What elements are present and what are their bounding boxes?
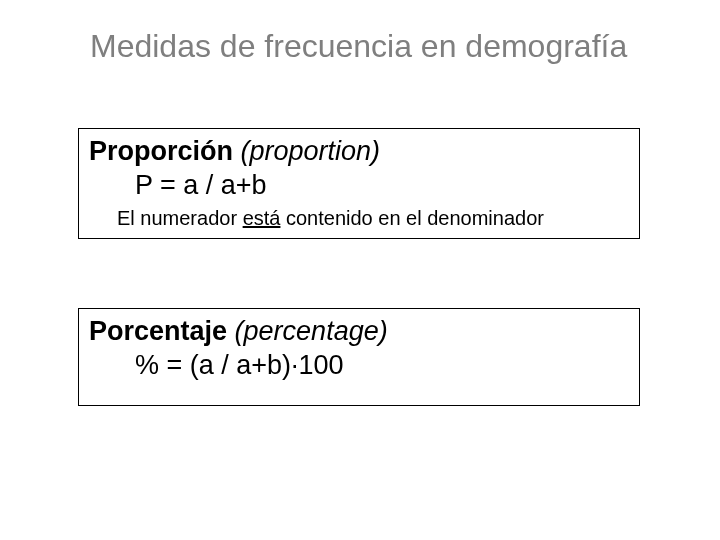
space xyxy=(233,136,241,166)
term-line-proportion: Proporción (proportion) xyxy=(89,135,629,169)
slide-title: Medidas de frecuencia en demografía xyxy=(90,28,627,65)
term-translation-proportion: (proportion) xyxy=(241,136,381,166)
note-post: contenido en el denominador xyxy=(280,207,544,229)
formula-percentage: % = (a / a+b)·100 xyxy=(135,349,629,383)
slide: Medidas de frecuencia en demografía Prop… xyxy=(0,0,720,540)
definition-box-proportion: Proporción (proportion) P = a / a+b El n… xyxy=(78,128,640,239)
definition-box-percentage: Porcentaje (percentage) % = (a / a+b)·10… xyxy=(78,308,640,406)
formula-proportion: P = a / a+b xyxy=(135,169,629,203)
note-pre: El numerador xyxy=(117,207,243,229)
term-percentage: Porcentaje xyxy=(89,316,227,346)
space xyxy=(227,316,235,346)
note-proportion: El numerador está contenido en el denomi… xyxy=(117,207,629,230)
term-proportion: Proporción xyxy=(89,136,233,166)
term-translation-percentage: (percentage) xyxy=(235,316,388,346)
note-underline: está xyxy=(243,207,281,229)
term-line-percentage: Porcentaje (percentage) xyxy=(89,315,629,349)
